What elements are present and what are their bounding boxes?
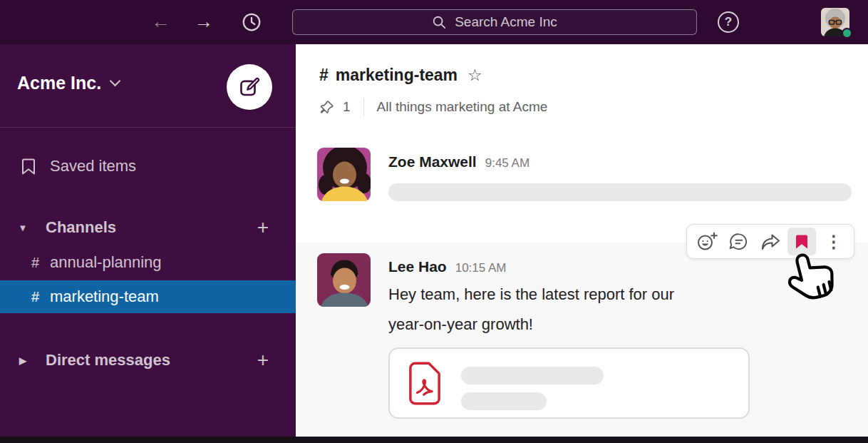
pin-icon (319, 100, 334, 115)
timestamp[interactable]: 10:15 AM (455, 261, 507, 275)
star-channel-icon[interactable]: ☆ (467, 66, 482, 85)
direct-messages-section-header[interactable]: ▶ Direct messages + (0, 344, 296, 377)
pdf-file-icon (408, 361, 441, 407)
sidebar: Acme Inc. Saved items ▼ Channels + # ann… (0, 44, 296, 437)
channel-header: # marketing-team ☆ (319, 66, 482, 85)
message-header: Lee Hao 10:15 AM (388, 258, 507, 275)
bookmark-icon (20, 157, 37, 176)
add-channel-button[interactable]: + (250, 216, 276, 239)
top-bar: ← → Search Acme Inc ? (0, 0, 868, 44)
presence-indicator (842, 28, 852, 39)
slack-window: ← → Search Acme Inc ? (0, 0, 868, 443)
channel-meta: 1 All things marketing at Acme (319, 98, 547, 116)
avatar-zoe-maxwell[interactable] (317, 148, 371, 201)
help-icon[interactable]: ? (718, 11, 739, 33)
attachment-meta-placeholder (461, 392, 547, 410)
share-message-button[interactable] (756, 228, 785, 255)
triangle-right-icon[interactable]: ▶ (10, 355, 36, 366)
search-placeholder: Search Acme Inc (455, 14, 557, 30)
hash-icon: # (31, 255, 50, 271)
dm-header-label: Direct messages (46, 351, 250, 370)
channel-name: marketing-team (50, 287, 159, 306)
author-name[interactable]: Lee Hao (388, 258, 447, 275)
sidebar-channel-marketing-team[interactable]: # marketing-team (0, 280, 296, 313)
add-dm-button[interactable]: + (250, 349, 276, 372)
history-forward-icon[interactable]: → (194, 9, 213, 34)
saved-items-label: Saved items (50, 157, 136, 175)
meta-divider (363, 98, 364, 116)
add-reaction-button[interactable] (693, 228, 721, 255)
pdf-attachment-card[interactable] (388, 347, 750, 419)
message-header: Zoe Maxwell 9:45 AM (388, 153, 529, 170)
workspace-switcher[interactable]: Acme Inc. (17, 73, 119, 93)
new-message-icon (239, 76, 260, 98)
compose-button[interactable] (227, 64, 272, 110)
search-input[interactable]: Search Acme Inc (292, 9, 697, 35)
sidebar-divider (0, 127, 296, 128)
workspace-name: Acme Inc. (17, 73, 101, 93)
window-bottom-edge (0, 437, 868, 443)
channel-title: marketing-team (336, 66, 458, 85)
history-clock-icon[interactable] (241, 11, 262, 33)
reply-thread-button[interactable] (725, 228, 753, 255)
pinned-count[interactable]: 1 (343, 99, 351, 115)
timestamp[interactable]: 9:45 AM (485, 156, 529, 170)
author-name[interactable]: Zoe Maxwell (388, 153, 477, 170)
chevron-down-icon (110, 76, 121, 87)
channels-section-header[interactable]: ▼ Channels + (0, 211, 296, 244)
message-placeholder-bar (388, 183, 852, 201)
share-arrow-icon (760, 232, 781, 252)
emoji-add-icon (696, 231, 718, 252)
hash-icon: # (319, 66, 329, 85)
triangle-down-icon[interactable]: ▼ (10, 223, 36, 233)
avatar-lee-hao[interactable] (317, 253, 371, 307)
hash-icon: # (31, 289, 50, 305)
cursor-hand-icon (784, 248, 847, 316)
message-pane: # marketing-team ☆ 1 All things marketin… (296, 44, 868, 437)
message-text-line: year-on-year growth! (388, 315, 533, 334)
channel-topic[interactable]: All things marketing at Acme (377, 99, 548, 115)
channel-name: annual-planning (50, 253, 162, 272)
sidebar-channel-annual-planning[interactable]: # annual-planning (0, 246, 296, 279)
attachment-title-placeholder (461, 367, 604, 385)
message-text-line: Hey team, here is the latest report for … (388, 285, 674, 304)
sidebar-item-saved-items[interactable]: Saved items (0, 150, 296, 183)
channels-header-label: Channels (46, 218, 250, 237)
thread-icon (728, 232, 749, 252)
search-icon (432, 15, 446, 29)
history-back-icon[interactable]: ← (151, 9, 170, 34)
